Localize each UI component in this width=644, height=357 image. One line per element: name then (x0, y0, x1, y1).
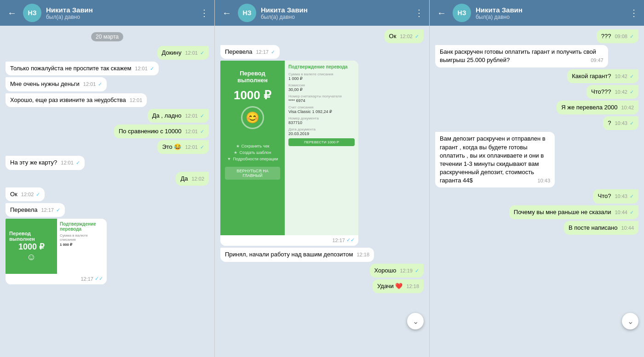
scroll-down-btn-3[interactable]: ⌄ (622, 313, 638, 329)
msg-img1: Перевод выполнен 1000 ₽ ☺ Подтверждение … (6, 219, 107, 284)
doc-row: Номер документа 837710 (288, 116, 355, 125)
header-menu-1[interactable]: ⋮ (200, 7, 209, 18)
transfer-inner: Перевод выполнен 1000 ₽ 😊 ★ Сохранить че… (220, 61, 358, 235)
msg-ladno: Да , ладно 12:01 ✓ (148, 109, 209, 123)
msg-horosho: Хорошо 12:19 ✓ (370, 264, 424, 278)
back-button-1[interactable]: ← (6, 6, 18, 20)
chat-panel-2: ← НЗ Никита Завин был(а) давно ⋮ Ок 12:0… (215, 0, 430, 357)
msg-udachi: Удачи ❤️ 12:18 (373, 279, 424, 293)
header-info-3: Никита Завин был(а) давно (476, 6, 625, 20)
bubble: На эту же карту? 12:01 ✓ (6, 156, 85, 170)
commission-row: Комиссия 30,00 ₽ (288, 83, 355, 92)
header-3: ← НЗ Никита Завин был(а) давно ⋮ (430, 0, 644, 26)
sum-row: Сумма в валюте списания 1 000 ₽ (288, 72, 355, 81)
contact-status-3: был(а) давно (476, 14, 625, 20)
bubble: Ок 12:02 ✓ (385, 29, 424, 43)
messages-area-2: Ок 12:02 ✓ Перевела 12:17 ✓ П (215, 26, 429, 357)
bubble: Перевела 12:17 ✓ (6, 203, 65, 217)
header-1: ← НЗ Никита Завин был(а) давно ⋮ (0, 0, 214, 26)
msg-chto3: Что??? 10:42 ✓ (586, 85, 638, 99)
transfer-left: Перевод выполнен 1000 ₽ ☺ (6, 219, 57, 274)
msg-dengi: Мне очень нужны деньги 12:01 ✓ (6, 77, 107, 91)
bubble: Вам депозит раскручен и отправлен в гара… (435, 132, 555, 187)
msg-full-img: Перевод выполнен 1000 ₽ 😊 ★ Сохранить че… (220, 61, 358, 246)
bubble: Хорошо, еще раз извините за неудобства 1… (6, 93, 147, 107)
transfer-image-full[interactable]: Перевод выполнен 1000 ₽ 😊 ★ Сохранить че… (220, 61, 358, 246)
msg-izvinite: Хорошо, еще раз извините за неудобства 1… (6, 93, 147, 107)
contact-name-2: Никита Завин (261, 6, 410, 14)
bubble: В посте написано 10:44 (564, 221, 638, 235)
header-info-1: Никита Завин был(а) давно (46, 6, 195, 20)
panel2-relative: Ок 12:02 ✓ Перевела 12:17 ✓ П (215, 26, 429, 357)
transfer-right: Подтверждение перевода Сумма в валюте сп… (57, 219, 107, 274)
debit-row: Счет списания Visa Classic 1 092,24 ₽ (288, 105, 355, 114)
recipient-row: Номер счета/карты получателя **** 6974 (288, 94, 355, 103)
chat-panel-3: ← НЗ Никита Завин был(а) давно ⋮ ??? 09:… (430, 0, 644, 357)
chat-panel-1: ← НЗ Никита Завин был(а) давно ⋮ 20 март… (0, 0, 215, 357)
messages-area-3: ??? 09:08 ✓ Банк раскручен готовы оплати… (430, 26, 644, 357)
bubble: Да 12:02 (176, 172, 209, 186)
bubble: Что??? 10:42 ✓ (586, 85, 638, 99)
msg-10000: По сравнению с 10000 12:01 ✓ (114, 125, 209, 138)
messages-area-1: 20 марта Докину 12:01 ✓ Только пожалуйст… (0, 26, 214, 357)
header-2: ← НЗ Никита Завин был(а) давно ⋮ (215, 0, 429, 26)
bubble: Банк раскручен готовы оплатить гарант и … (435, 45, 608, 67)
transfer-full-left: Перевод выполнен 1000 ₽ 😊 ★ Сохранить че… (220, 61, 285, 235)
img-time-row2: 12:17 ✓✓ (220, 235, 358, 246)
msg-pochemu: Почему вы мне раньше не сказали 10:44 ✓ (509, 205, 638, 219)
bubble: Мне очень нужны деньги 12:01 ✓ (6, 77, 107, 91)
header-menu-3[interactable]: ⋮ (629, 7, 638, 18)
transfer-full-right: Подтверждение перевода Сумма в валюте сп… (285, 61, 358, 235)
contact-name-1: Никита Завин (46, 6, 195, 14)
msg-kartu: На эту же карту? 12:01 ✓ (6, 156, 85, 170)
option-save: ★ Сохранить чек (236, 144, 270, 148)
msg-question: ? 10:43 ✓ (603, 116, 638, 130)
header-menu-2[interactable]: ⋮ (414, 7, 424, 18)
msg-perevela3: Я же перевела 2000 10:42 (557, 101, 638, 114)
msg-dokinu: Докину 12:01 ✓ (157, 46, 209, 60)
bubble: Хорошо 12:19 ✓ (370, 264, 424, 278)
contact-status-2: был(а) давно (261, 14, 410, 20)
msg-prinyat: Принял, начали работу над вашим депозито… (220, 248, 374, 261)
option-template: ★ Создать шаблон (234, 150, 271, 155)
bubble: Это 😂 12:01 ✓ (157, 140, 209, 154)
contact-name-3: Никита Завин (476, 6, 625, 14)
bubble: Только пожалуйста не проспите так скажем… (6, 62, 159, 75)
img-time-row: 12:17 ✓✓ (6, 274, 107, 284)
transfer-image-small[interactable]: Перевод выполнен 1000 ₽ ☺ Подтверждение … (6, 219, 107, 284)
contact-status-1: был(а) давно (46, 14, 195, 20)
back-button-3[interactable]: ← (435, 6, 448, 20)
bubble: Что? 10:43 ✓ (593, 189, 638, 203)
btn-transfer[interactable]: ПЕРЕВЕСТИ 1000 Р (288, 138, 355, 146)
msg-ok1: Ок 12:02 ✓ (6, 187, 45, 201)
msg-da: Да 12:02 (176, 172, 209, 186)
msg-poste: В посте написано 10:44 (564, 221, 638, 235)
bubble: Ок 12:02 ✓ (6, 187, 45, 201)
date-row: Дата документа 20.03.2019 (288, 127, 355, 136)
msg-perevela1: Перевела 12:17 ✓ (6, 203, 65, 217)
bubble: Докину 12:01 ✓ (157, 46, 209, 60)
chat-container: ← НЗ Никита Завин был(а) давно ⋮ 20 март… (0, 0, 644, 357)
msg-bank: Банк раскручен готовы оплатить гарант и … (435, 45, 608, 67)
msg-depozit: Вам депозит раскручен и отправлен в гара… (435, 132, 555, 187)
back-button-2[interactable]: ← (220, 6, 233, 20)
bubble: ??? 09:08 ✓ (597, 29, 638, 43)
transfer-icon: 😊 (241, 106, 264, 129)
btn-home[interactable]: ВЕРНУТЬСЯ НА ГЛАВНЫЙ (225, 167, 280, 180)
date-badge-1: 20 марта (91, 32, 123, 41)
msg-chto4: Что? 10:43 ✓ (593, 189, 638, 203)
bubble: По сравнению с 10000 12:01 ✓ (114, 125, 209, 138)
msg-prospit: Только пожалуйста не проспите так скажем… (6, 62, 159, 75)
avatar-2: НЗ (238, 4, 256, 22)
bubble: Перевела 12:17 ✓ (220, 45, 280, 59)
msg-eto: Это 😂 12:01 ✓ (157, 140, 209, 154)
scroll-down-btn-2[interactable]: ⌄ (407, 313, 424, 329)
msg-kakoy: Какой гарант? 10:42 ✓ (567, 69, 638, 83)
bubble: Удачи ❤️ 12:18 (373, 279, 424, 293)
panel3-relative: ??? 09:08 ✓ Банк раскручен готовы оплати… (430, 26, 644, 357)
msg-qqq: ??? 09:08 ✓ (597, 29, 638, 43)
bubble: Да , ладно 12:01 ✓ (148, 109, 209, 123)
bubble: Принял, начали работу над вашим депозито… (220, 248, 374, 261)
msg-perevela2: Перевела 12:17 ✓ (220, 45, 280, 59)
bubble: Я же перевела 2000 10:42 (557, 101, 638, 114)
